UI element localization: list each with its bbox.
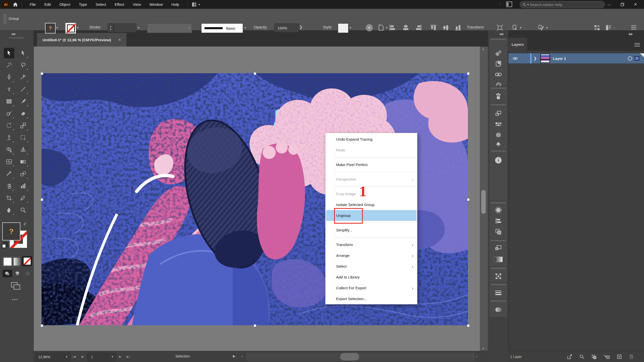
symbols-clover-icon[interactable]: ♣	[496, 140, 500, 147]
stroke-weight-input[interactable]	[114, 23, 136, 32]
last-artboard-button[interactable]: ▶|	[127, 355, 130, 358]
selection-handle-s[interactable]	[254, 324, 256, 327]
context-menu-item-add-to-library[interactable]: Add to Library	[326, 272, 417, 283]
gradient-tool[interactable]	[18, 156, 28, 167]
status-readout[interactable]: Selection	[136, 354, 229, 358]
scroll-right-icon[interactable]: ›	[476, 354, 477, 358]
selection-handle-nw[interactable]	[41, 72, 43, 75]
panel-drag-handle[interactable]	[491, 150, 505, 152]
zoom-level-dropdown[interactable]: 12,96% ▾	[35, 353, 70, 361]
fill-swatch[interactable]: ?	[45, 23, 56, 33]
home-icon[interactable]	[13, 2, 18, 7]
perspective-grid-tool[interactable]	[18, 144, 28, 155]
context-menu-item-transform[interactable]: Transform›	[326, 239, 417, 250]
panel-drag-handle[interactable]	[9, 37, 24, 38]
select-similar-dropdown[interactable]: ▾	[511, 24, 521, 31]
transform-label[interactable]: Transform	[467, 25, 484, 30]
document-tab[interactable]: Untitled-1* @ 12,96 % (CMYK/Preview) ✕	[37, 33, 127, 47]
opacity-label[interactable]: Opacity:	[254, 25, 268, 30]
screen-mode-button[interactable]	[11, 282, 21, 290]
type-tool[interactable]: T	[4, 84, 14, 95]
artboard-tool[interactable]	[4, 193, 14, 203]
context-menu-item-select[interactable]: Select›	[326, 261, 417, 272]
locate-object-icon[interactable]	[579, 354, 585, 359]
symbol-sprayer-tool[interactable]	[4, 181, 14, 191]
context-menu-item-arrange[interactable]: Arrange›	[326, 250, 417, 261]
eraser-tool[interactable]	[18, 108, 28, 119]
panel-drag-handle[interactable]	[491, 240, 505, 241]
align-left-icon[interactable]	[389, 24, 396, 31]
shape-builder-tool[interactable]	[4, 144, 14, 155]
menu-type[interactable]: Type	[74, 0, 91, 9]
edit-toolbar-button[interactable]: •••	[12, 297, 19, 302]
line-segment-tool[interactable]	[18, 84, 28, 95]
context-menu-item-undo[interactable]: Undo Expand Tracing	[326, 134, 417, 145]
layer-row[interactable]: ❯ Layer 1	[508, 53, 644, 63]
zoom-tool[interactable]	[18, 205, 28, 215]
blend-tool[interactable]	[18, 169, 28, 179]
context-menu-item-export-selection[interactable]: Export Selection...	[326, 293, 417, 304]
rectangle-tool[interactable]	[4, 96, 14, 107]
new-sublayer-icon[interactable]	[604, 354, 610, 359]
panel-toggle-icon[interactable]	[506, 2, 512, 7]
collapse-panel-icon[interactable]: ◀◀	[11, 32, 15, 36]
collect-for-export-icon[interactable]	[567, 354, 572, 359]
paragraph-panel-dropdown[interactable]: ▾	[605, 24, 615, 31]
artboard-navigation-dropdown[interactable]: 1 ▾	[87, 353, 116, 361]
vertical-scrollbar[interactable]: ▲ ▼	[480, 47, 487, 351]
shape-grid-icon[interactable]	[594, 24, 600, 31]
status-popup-arrow-icon[interactable]: ▶	[233, 354, 235, 358]
shaper-tool[interactable]	[4, 108, 14, 119]
transform-panel-icon[interactable]	[495, 272, 502, 280]
mesh-tool[interactable]	[4, 156, 14, 167]
first-artboard-button[interactable]: |◀	[72, 355, 76, 358]
align-top-icon[interactable]	[430, 24, 437, 31]
align-right-icon[interactable]	[415, 24, 422, 31]
scale-tool[interactable]	[18, 120, 28, 131]
menu-lines-icon[interactable]	[630, 25, 637, 31]
panel-drag-handle[interactable]	[491, 202, 505, 204]
expand-panels-icon[interactable]: ◀◀	[499, 32, 503, 36]
layer-visibility-toggle[interactable]	[508, 57, 522, 60]
next-artboard-button[interactable]: ▶	[119, 355, 122, 358]
layer-selection-indicator[interactable]	[635, 56, 639, 61]
stroke-weight-label[interactable]: Stroke:	[89, 25, 101, 30]
align-vcenter-icon[interactable]	[442, 24, 450, 31]
gradient-panel-icon[interactable]	[494, 257, 503, 262]
selection-handle-w[interactable]	[41, 198, 43, 201]
transparency-icon[interactable]	[494, 306, 502, 313]
style-chevron-icon[interactable]: ▾	[350, 26, 351, 29]
selection-handle-n[interactable]	[254, 72, 256, 75]
fill-indicator-unknown[interactable]: ?	[2, 222, 20, 240]
bounding-box-icon[interactable]	[496, 24, 504, 31]
context-menu-item-simplify[interactable]: Simplify...	[326, 225, 417, 235]
style-label[interactable]: Style:	[323, 25, 333, 30]
scroll-up-icon[interactable]: ▲	[482, 48, 485, 50]
layer-target-circle[interactable]	[628, 56, 632, 61]
panel-drag-handle[interactable]	[491, 300, 505, 302]
prev-artboard-button[interactable]: ◀	[81, 355, 83, 358]
color-button[interactable]	[3, 257, 12, 266]
puppet-warp-tool[interactable]	[4, 132, 14, 143]
tab-close-icon[interactable]: ✕	[118, 38, 121, 42]
align-panel-icon[interactable]	[495, 217, 502, 224]
menu-view[interactable]: View	[129, 0, 145, 9]
brush-chevron-icon[interactable]: ▾	[245, 26, 246, 29]
recolor-artwork-icon[interactable]	[365, 23, 374, 32]
layer-thumbnail[interactable]	[540, 54, 550, 63]
free-transform-tool[interactable]	[18, 132, 28, 143]
context-menu-item-make-pixel-perfect[interactable]: Make Pixel Perfect	[326, 159, 417, 170]
opacity-input[interactable]: 100%	[274, 23, 299, 32]
restore-button[interactable]	[616, 0, 629, 9]
selection-handle-sw[interactable]	[41, 324, 43, 327]
workspace-switcher[interactable]: ▾	[192, 2, 200, 7]
menu-file[interactable]: File	[25, 0, 40, 9]
gradient-button[interactable]	[13, 257, 22, 266]
panel-drag-handle[interactable]	[491, 104, 505, 105]
stroke-chevron-icon[interactable]: ▾	[77, 26, 78, 29]
collapse-dock-icon[interactable]: ▶▶	[629, 32, 632, 36]
libraries-icon[interactable]	[495, 60, 502, 67]
brushes-icon[interactable]	[495, 93, 502, 100]
align-bottom-icon[interactable]	[454, 24, 462, 31]
selection-handle-e[interactable]	[467, 198, 470, 201]
